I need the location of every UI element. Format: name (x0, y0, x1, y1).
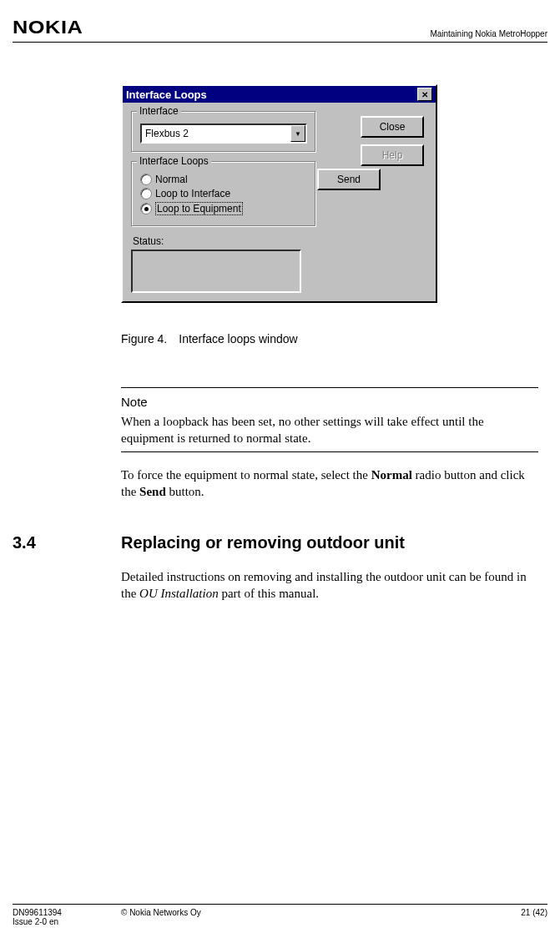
footer-page-number: 21 (42) (521, 908, 547, 926)
nokia-logo: NOKIA (13, 17, 83, 38)
section-number: 3.4 (13, 533, 121, 552)
loops-groupbox: Interface Loops Send Normal Loop to Inte… (131, 161, 316, 227)
chevron-down-icon[interactable]: ▼ (290, 125, 305, 142)
note-heading: Note (121, 395, 538, 409)
paragraph-force-normal: To force the equipment to normal state, … (121, 467, 538, 500)
interface-dropdown[interactable]: Flexbus 2 ▼ (140, 124, 307, 144)
loops-group-label: Interface Loops (137, 155, 211, 167)
radio-normal-row[interactable]: Normal (140, 174, 307, 185)
interface-loops-dialog: Interface Loops ✕ Close Help Interface F… (121, 84, 437, 303)
send-button[interactable]: Send (317, 169, 381, 190)
radio-loop-equipment-row[interactable]: Loop to Equipment (140, 202, 307, 215)
interface-group-label: Interface (137, 105, 181, 117)
close-icon[interactable]: ✕ (417, 88, 432, 101)
paragraph-detail: Detailed instructions on removing and in… (121, 569, 538, 602)
page-header: NOKIA Maintaining Nokia MetroHopper (13, 17, 547, 43)
radio-loop-interface-row[interactable]: Loop to Interface (140, 188, 307, 199)
radio-icon[interactable] (140, 188, 152, 199)
radio-loop-equipment-label: Loop to Equipment (155, 202, 243, 215)
dialog-title: Interface Loops (126, 88, 207, 101)
dialog-titlebar: Interface Loops ✕ (123, 86, 436, 103)
radio-icon[interactable] (140, 174, 152, 185)
interface-dropdown-value: Flexbus 2 (142, 128, 290, 139)
radio-icon[interactable] (140, 203, 152, 214)
status-textbox (131, 250, 301, 293)
footer-doc-number: DN99611394 (13, 908, 121, 917)
figure-caption: Figure 4. Interface loops window (121, 332, 538, 345)
header-subtitle: Maintaining Nokia MetroHopper (430, 29, 547, 38)
status-label: Status: (133, 235, 427, 247)
page-footer: DN99611394 Issue 2-0 en © Nokia Networks… (13, 904, 547, 926)
footer-copyright: © Nokia Networks Oy (121, 908, 521, 926)
note-body: When a loopback has been set, no other s… (121, 414, 538, 446)
footer-issue: Issue 2-0 en (13, 917, 121, 926)
close-button[interactable]: Close (361, 116, 424, 138)
section-heading: 3.4 Replacing or removing outdoor unit (13, 533, 538, 552)
help-button[interactable]: Help (361, 144, 424, 166)
horizontal-rule (121, 387, 538, 388)
radio-loop-interface-label: Loop to Interface (155, 188, 230, 199)
radio-normal-label: Normal (155, 174, 188, 185)
horizontal-rule (121, 451, 538, 452)
section-title: Replacing or removing outdoor unit (121, 533, 405, 552)
interface-groupbox: Interface Flexbus 2 ▼ (131, 111, 316, 153)
